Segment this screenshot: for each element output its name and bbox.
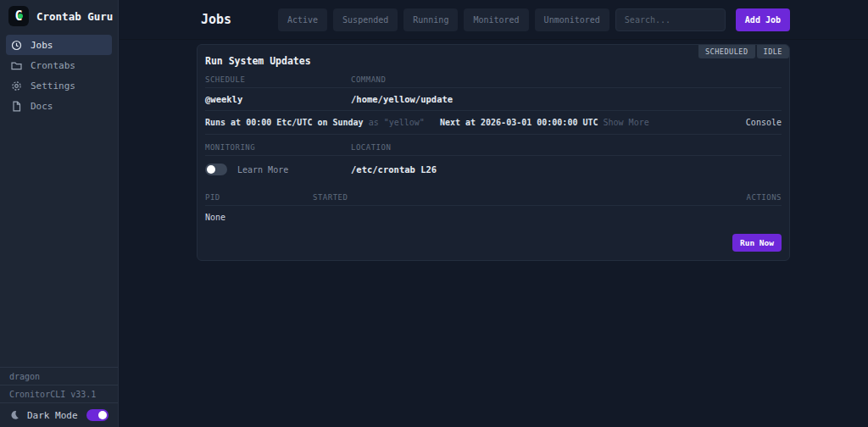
app-title: Crontab Guru [36, 10, 113, 23]
sidebar-nav: Jobs Crontabs Settings Docs [0, 31, 118, 119]
filter-running-button[interactable]: Running [403, 8, 458, 31]
search-input[interactable] [615, 8, 726, 31]
command-value: /home/yellow/update [351, 94, 453, 104]
dark-mode-row: Dark Mode [0, 402, 118, 427]
app-logo-row: C Crontab Guru [0, 0, 118, 31]
schedule-column-header: SCHEDULE [205, 75, 351, 84]
sidebar-item-jobs[interactable]: Jobs [6, 35, 112, 55]
location-column-header: LOCATION [351, 143, 391, 152]
runs-at-text: Runs at 00:00 Etc/UTC on Sunday [205, 118, 364, 127]
main-content: Jobs Active Suspended Running Monitored … [120, 0, 868, 427]
sidebar: C Crontab Guru Jobs Crontabs Settings Do… [0, 0, 119, 427]
moon-icon [9, 410, 19, 420]
doc-icon [11, 101, 22, 112]
card-actions: Run Now [205, 229, 782, 252]
page-title: Jobs [201, 12, 231, 27]
filter-bar: Active Suspended Running Monitored Unmon… [278, 8, 726, 31]
pid-started-actions-header-row: PID STARTED ACTIONS [205, 185, 782, 206]
sidebar-item-label: Settings [31, 80, 75, 92]
folder-icon [11, 60, 22, 71]
dark-mode-label: Dark Mode [27, 410, 78, 421]
job-card: SCHEDULED IDLE Run System Updates SCHEDU… [197, 44, 790, 261]
monitoring-toggle[interactable] [205, 164, 227, 175]
monitoring-cell: Learn More [205, 164, 351, 175]
app-logo-icon: C [8, 6, 29, 26]
toggle-knob [207, 165, 215, 174]
actions-column-header: ACTIONS [747, 193, 782, 202]
schedule-command-header-row: SCHEDULE COMMAND [205, 67, 782, 88]
monitoring-column-header: MONITORING [205, 143, 351, 152]
next-at-text: Next at 2026-03-01 00:00:00 UTC [440, 118, 598, 127]
pid-column-header: PID [205, 193, 313, 202]
sidebar-item-label: Docs [31, 101, 53, 112]
sidebar-footer: dragon CronitorCLI v33.1 Dark Mode [0, 367, 118, 427]
console-link[interactable]: Console [746, 118, 782, 127]
toggle-knob [98, 411, 107, 419]
clock-icon [11, 40, 22, 51]
schedule-command-value-row: @weekly /home/yellow/update [205, 88, 782, 111]
dark-mode-toggle[interactable] [86, 409, 108, 421]
add-job-button[interactable]: Add Job [736, 8, 790, 31]
started-column-header: STARTED [313, 193, 348, 202]
sidebar-item-docs[interactable]: Docs [6, 96, 112, 116]
as-user-text: as "yellow" [369, 118, 425, 127]
job-title: Run System Updates [205, 45, 782, 67]
cli-version-label: CronitorCLI v33.1 [0, 385, 118, 402]
hostname-label: dragon [0, 367, 118, 385]
filter-suspended-button[interactable]: Suspended [333, 8, 398, 31]
scheduled-badge: SCHEDULED [698, 45, 755, 58]
location-value: /etc/crontab L26 [351, 164, 437, 175]
filter-unmonitored-button[interactable]: Unmonitored [535, 8, 609, 31]
filter-monitored-button[interactable]: Monitored [464, 8, 528, 31]
sidebar-item-settings[interactable]: Settings [6, 75, 112, 96]
sidebar-item-label: Crontabs [31, 60, 75, 71]
schedule-info-row: Runs at 00:00 Etc/UTC on Sunday as "yell… [205, 111, 782, 135]
logo-green-dot [18, 14, 23, 19]
learn-more-link[interactable]: Learn More [237, 165, 288, 175]
job-status-badges: SCHEDULED IDLE [698, 45, 789, 58]
gear-icon [11, 80, 22, 92]
pid-value: None [205, 213, 225, 222]
sidebar-item-crontabs[interactable]: Crontabs [6, 55, 112, 75]
topbar: Jobs Active Suspended Running Monitored … [120, 0, 868, 40]
monitoring-location-header-row: MONITORING LOCATION [205, 135, 782, 156]
schedule-value: @weekly [205, 94, 351, 104]
sidebar-item-label: Jobs [31, 40, 53, 51]
command-column-header: COMMAND [351, 75, 386, 84]
pid-value-row: None [205, 206, 782, 229]
idle-badge: IDLE [757, 45, 789, 58]
monitoring-location-value-row: Learn More /etc/crontab L26 [205, 156, 782, 185]
filter-active-button[interactable]: Active [278, 8, 327, 31]
show-more-link[interactable]: Show More [604, 118, 649, 127]
run-now-button[interactable]: Run Now [732, 234, 782, 252]
